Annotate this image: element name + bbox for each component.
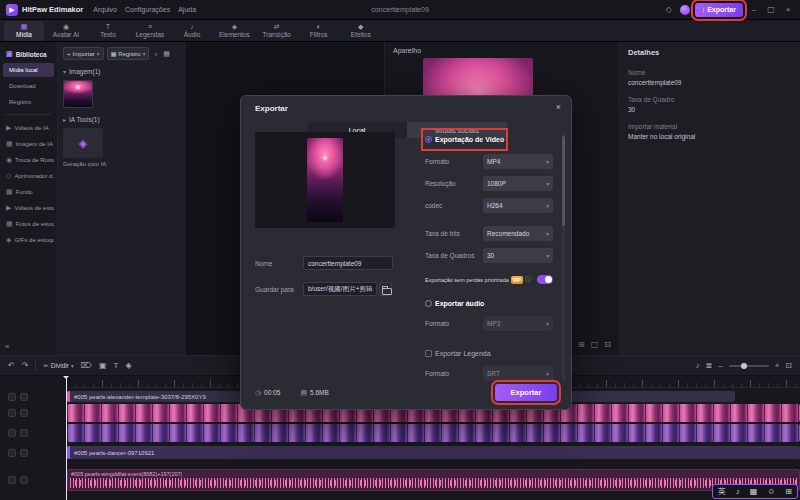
track-mute-button[interactable] — [8, 393, 16, 401]
tab-efeitos[interactable]: ◆Efeitos — [341, 21, 381, 41]
sidebar-item-gifs-de-estoque[interactable]: ◈GIFs de estoque — [3, 232, 54, 248]
import-button[interactable]: + Importar ▾ — [63, 47, 104, 60]
ai-generation-card[interactable]: ◈ — [63, 128, 103, 158]
sidebar-item-videos-de-estoque[interactable]: ▶Vídeos de esto... — [3, 200, 54, 216]
dialog-export-button[interactable]: Exportar — [495, 384, 557, 401]
subtitle-format-select[interactable]: SRT▾ — [483, 366, 553, 381]
search-icon[interactable]: ⌕ — [154, 50, 158, 58]
sidebar-item-imagem-de-ia[interactable]: ▦Imagem de IA — [3, 136, 54, 152]
playhead[interactable] — [66, 376, 67, 500]
tab-filtros[interactable]: ◐Filtros — [299, 21, 339, 41]
chevron-down-icon: ▾ — [546, 253, 549, 259]
export-button[interactable]: ↓ Exportar — [695, 3, 743, 17]
close-button[interactable]: × — [782, 5, 794, 14]
image-icon[interactable]: ▦ — [750, 487, 758, 496]
menu-configuracoes[interactable]: Configurações — [125, 6, 170, 13]
sidebar-item-download[interactable]: Download — [3, 79, 54, 93]
sidebar-item-aprimorador[interactable]: ◇Aprimorador d... — [3, 168, 54, 184]
delete-icon[interactable]: ⌦ — [81, 361, 92, 370]
ratio-icon[interactable]: ▢ — [591, 340, 599, 349]
music-icon[interactable]: ♪ — [736, 487, 740, 496]
track-mute-button[interactable] — [8, 409, 16, 417]
collapse-sidebar-icon[interactable]: « — [5, 342, 9, 351]
sidebar-item-videos-de-ia[interactable]: ▶Vídeos de IA — [3, 120, 54, 136]
bitrate-select[interactable]: Recomendado▾ — [483, 226, 553, 241]
menu-ajuda[interactable]: Ajuda — [178, 6, 196, 13]
track-mute-button[interactable] — [8, 476, 16, 484]
tab-midia[interactable]: ▦Mídia — [4, 21, 44, 41]
timeline-clip-audio[interactable]: #005 pearls-wingddllat-event(8082)+197(2… — [67, 469, 800, 491]
video-export-radio[interactable] — [425, 136, 432, 143]
browse-folder-button[interactable] — [379, 282, 392, 296]
tab-legendas[interactable]: ≡Legendas — [130, 21, 170, 41]
audio-mix-icon[interactable]: ♪ — [695, 361, 699, 370]
redo-icon[interactable]: ↷ — [22, 361, 29, 370]
track-lock-button[interactable] — [20, 429, 28, 437]
grid-view-icon[interactable]: ▦ — [163, 50, 170, 58]
track-mute-button[interactable] — [8, 449, 16, 457]
save-path-input[interactable]: b/user/视频/图片+剪辑 — [303, 282, 377, 296]
tab-avatar-ai[interactable]: ◉Avatar AI — [46, 21, 86, 41]
track-mute-button[interactable] — [8, 429, 16, 437]
menu-arquivo[interactable]: Arquivo — [93, 6, 117, 13]
lossless-toggle[interactable] — [537, 275, 553, 284]
subtitle-export-checkbox[interactable] — [425, 350, 432, 357]
track-lock-button[interactable] — [20, 393, 28, 401]
sidebar-item-midia-local[interactable]: Mídia local — [3, 63, 54, 77]
avatar-ai-icon: ◉ — [63, 23, 69, 31]
codec-select[interactable]: H264▾ — [483, 198, 553, 213]
section-images-header[interactable]: ▾ Imagem(1) — [63, 68, 181, 75]
tab-transicao[interactable]: ⇄Transição — [257, 21, 297, 41]
sidebar-item-fundo[interactable]: ▩Fundo — [3, 184, 54, 200]
undo-icon[interactable]: ↶ — [8, 361, 15, 370]
emoji-icon[interactable]: ☺ — [767, 487, 775, 496]
timeline-clip-video[interactable] — [67, 424, 800, 442]
registro-button[interactable]: ▦ Registro ▾ — [107, 47, 150, 60]
duplicate-icon[interactable]: ▣ — [99, 361, 107, 370]
dialog-scrollbar[interactable] — [562, 132, 565, 382]
grid-icon[interactable]: ⊞ — [785, 487, 792, 496]
timeline-clip-dancer[interactable]: #005 pearls-dancer-09710921 — [67, 446, 800, 459]
maximize-button[interactable]: ▢ — [765, 5, 777, 14]
mixer-icon[interactable]: ≣ — [705, 361, 712, 370]
zoom-slider-knob[interactable] — [741, 363, 747, 369]
lossless-label: Exportação sem perdas priorizada — [425, 277, 509, 283]
split-button[interactable]: ✂ Dividir ▾ — [43, 362, 73, 370]
grid-icon[interactable]: ⊞ — [578, 340, 585, 349]
export-filesize: 5.6MB — [310, 389, 329, 396]
track-lock-button[interactable] — [20, 476, 28, 484]
tab-elementos[interactable]: ◈Elementos — [214, 21, 255, 41]
zoom-in-icon[interactable]: + — [775, 361, 780, 370]
info-icon[interactable]: ⓘ — [525, 275, 531, 284]
avatar[interactable] — [680, 5, 690, 15]
text-tool-icon[interactable]: T — [114, 361, 119, 370]
language-icon[interactable]: 英 — [718, 486, 726, 497]
resolution-select[interactable]: 1080P▾ — [483, 176, 553, 191]
dialog-close-icon[interactable]: × — [556, 102, 561, 112]
sidebar-item-fotos-de-estoque[interactable]: ▦Fotos de estoque — [3, 216, 54, 232]
sidebar-item-troca-de-rostos[interactable]: ◉Troca de Rostos — [3, 152, 54, 168]
minimize-button[interactable]: – — [748, 5, 760, 14]
audio-export-section[interactable]: Exportar áudio — [425, 296, 484, 311]
zoom-out-icon[interactable]: – — [718, 361, 722, 370]
fullscreen-icon[interactable]: ⊡ — [604, 340, 611, 349]
track-lock-button[interactable] — [20, 409, 28, 417]
marker-icon[interactable]: ◈ — [125, 361, 131, 370]
media-thumbnail[interactable] — [63, 80, 93, 108]
fit-timeline-icon[interactable]: ⊡ — [785, 361, 792, 370]
sidebar-item-biblioteca[interactable]: ▣ Biblioteca — [3, 47, 54, 61]
tab-texto[interactable]: TTexto — [88, 21, 128, 41]
name-input[interactable]: concerttemplate09 — [303, 256, 393, 270]
audio-format-select[interactable]: MP3▾ — [483, 316, 553, 331]
sidebar-item-registro[interactable]: Registro — [3, 95, 54, 109]
track-lock-button[interactable] — [20, 449, 28, 457]
subtitle-export-section[interactable]: Exportar Legenda — [425, 346, 491, 361]
zoom-slider[interactable] — [729, 365, 769, 367]
section-ai-header[interactable]: ▸ IA Tools(1) — [63, 116, 181, 123]
tab-audio[interactable]: ♪Áudio — [172, 21, 212, 41]
upgrade-icon[interactable]: ◇ — [663, 5, 675, 14]
format-select[interactable]: MP4▾ — [483, 154, 553, 169]
audio-export-radio[interactable] — [425, 300, 432, 307]
video-export-section[interactable]: Exportação de Vídeo — [425, 132, 504, 147]
framerate-select[interactable]: 30▾ — [483, 248, 553, 263]
